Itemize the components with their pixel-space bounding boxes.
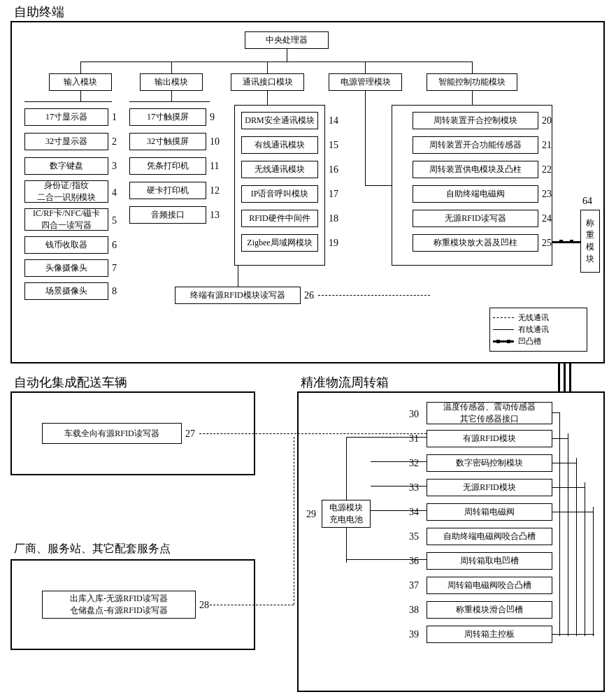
num-36: 36 <box>409 556 419 567</box>
connector <box>24 101 112 102</box>
module-power: 电源管理模块 <box>329 73 402 91</box>
stub <box>552 487 585 488</box>
module-input: 输入模块 <box>49 73 112 91</box>
wireless-line <box>199 433 427 434</box>
num-10: 10 <box>210 136 220 147</box>
num-13: 13 <box>210 210 220 221</box>
num-64: 64 <box>582 196 592 207</box>
num-8: 8 <box>112 286 117 297</box>
num-2: 2 <box>112 136 117 147</box>
num-28: 28 <box>199 600 209 611</box>
num-32: 32 <box>409 458 419 469</box>
wireless-line <box>294 437 294 605</box>
comm-item-18: RFID硬件中间件 <box>241 210 318 227</box>
stub <box>552 438 568 439</box>
connector <box>365 91 366 185</box>
smart-item-20: 周转装置开合控制模块 <box>413 112 538 129</box>
connector <box>346 437 427 438</box>
input-item-3: 数字键盘 <box>24 157 108 175</box>
weigh-module: 称 重 模 块 <box>580 210 600 273</box>
connector <box>371 461 427 462</box>
num-12: 12 <box>210 185 220 196</box>
slot-dot <box>559 240 563 243</box>
num-6: 6 <box>112 240 117 251</box>
connector <box>171 62 172 73</box>
bus-line <box>593 507 594 636</box>
num-34: 34 <box>409 507 419 518</box>
connector <box>129 101 210 102</box>
comm-item-14: DRM安全通讯模块 <box>241 112 318 129</box>
stub <box>552 512 593 512</box>
cpu-box: 中央处理器 <box>245 31 329 49</box>
connector <box>346 528 347 563</box>
vehicle-rfid: 车载全向有源RFID读写器 <box>42 423 182 444</box>
num-11: 11 <box>210 161 219 172</box>
input-item-1: 17寸显示器 <box>24 108 108 126</box>
num-15: 15 <box>329 140 338 151</box>
box-item-33: 无源RFID模块 <box>427 479 552 496</box>
box-item-34: 周转箱电磁阀 <box>427 503 552 521</box>
slot-connector <box>552 241 580 243</box>
comm-item-15: 有线通讯模块 <box>241 136 318 154</box>
num-37: 37 <box>409 580 419 591</box>
comm-item-19: Zigbee局域网模块 <box>241 234 318 252</box>
num-17: 17 <box>329 189 338 200</box>
module-smart: 智能控制功能模块 <box>427 73 517 91</box>
connector <box>287 49 287 62</box>
connector <box>80 91 81 101</box>
power-module-29: 电源模块 充电电池 <box>322 500 371 528</box>
connector <box>371 510 427 511</box>
slot-connector <box>558 363 560 391</box>
box-item-32: 数字密码控制模块 <box>427 454 552 472</box>
connector <box>267 91 268 105</box>
input-item-6: 钱币收取器 <box>24 236 108 254</box>
connector <box>346 559 427 560</box>
slot-dot <box>570 240 573 243</box>
num-26: 26 <box>304 290 314 301</box>
legend-slot: 凹凸槽 <box>518 336 541 347</box>
output-item-10: 32寸触摸屏 <box>129 133 206 150</box>
num-5: 5 <box>112 215 117 226</box>
legend-dash-icon <box>493 317 514 318</box>
bus-line <box>568 433 568 636</box>
wireless-line <box>318 295 430 296</box>
legend-wired: 有线通讯 <box>518 324 549 335</box>
num-31: 31 <box>409 433 419 445</box>
legend-wireless: 无线通讯 <box>518 312 549 323</box>
output-item-9: 17寸触摸屏 <box>129 108 206 126</box>
connector <box>171 91 172 101</box>
num-21: 21 <box>542 140 552 151</box>
comm-item-16: 无线通讯模块 <box>241 161 318 178</box>
box-item-31: 有源RFID模块 <box>427 430 552 447</box>
box-item-37: 周转箱电磁阀咬合凸槽 <box>427 577 552 594</box>
bus-line <box>585 482 585 636</box>
connector <box>267 62 268 73</box>
section-title-vehicle: 自动化集成配送车辆 <box>14 374 127 391</box>
smart-item-24: 无源RFID读写器 <box>413 210 538 227</box>
num-7: 7 <box>112 263 117 274</box>
box-item-39: 周转箱主控板 <box>427 626 552 643</box>
terminal-rfid: 终端有源RFID模块读写器 <box>175 287 301 304</box>
num-20: 20 <box>542 115 552 127</box>
factory-rfid: 出库入库-无源RFID读写器 仓储盘点-有源RFID读写器 <box>42 591 196 619</box>
num-4: 4 <box>112 187 117 199</box>
num-33: 33 <box>409 482 419 493</box>
module-comm: 通讯接口模块 <box>231 73 304 91</box>
num-35: 35 <box>409 531 419 542</box>
wireless-line <box>210 605 294 605</box>
num-14: 14 <box>329 115 338 127</box>
connector <box>346 437 347 500</box>
bus-line <box>576 458 577 636</box>
legend-solid-icon <box>493 329 514 330</box>
section-title-factory: 厂商、服务站、其它配套服务点 <box>14 542 171 556</box>
input-item-8: 场景摄像头 <box>24 282 108 300</box>
box-item-30: 温度传感器、震动传感器 其它传感器接口 <box>427 402 552 424</box>
num-9: 9 <box>210 112 215 123</box>
section-title-terminal: 自助终端 <box>14 3 64 20</box>
smart-item-22: 周转装置供电模块及凸柱 <box>413 161 538 178</box>
num-1: 1 <box>112 112 117 123</box>
num-22: 22 <box>542 164 552 175</box>
stub <box>552 412 559 413</box>
box-item-35: 自助终端电磁阀咬合凸槽 <box>427 528 552 545</box>
connector <box>472 91 473 105</box>
